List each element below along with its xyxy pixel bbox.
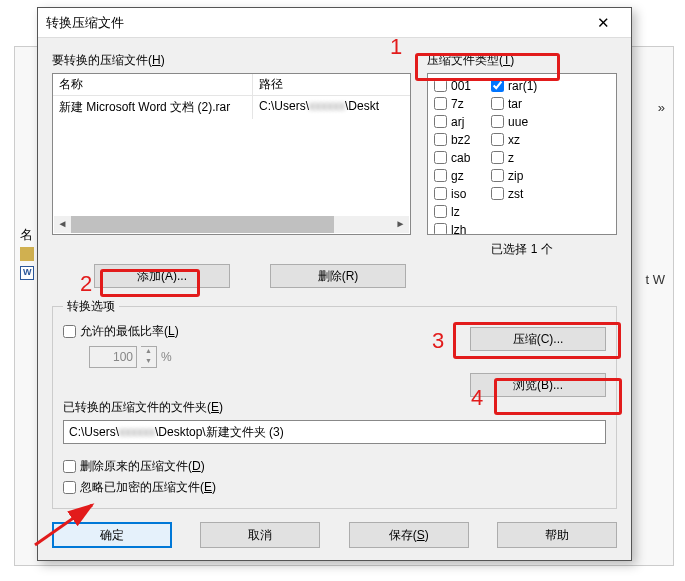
type-checkbox-xz[interactable]: xz: [491, 131, 537, 148]
type-checkbox-rar1[interactable]: rar(1): [491, 77, 537, 94]
column-path[interactable]: 路径: [253, 74, 410, 95]
type-checkbox-zst[interactable]: zst: [491, 185, 537, 202]
selected-count-label: 已选择 1 个: [427, 241, 617, 258]
type-checkbox-uue[interactable]: uue: [491, 113, 537, 130]
type-checkbox-gz[interactable]: gz: [434, 167, 471, 184]
percent-label: %: [161, 350, 172, 364]
type-checkbox-iso[interactable]: iso: [434, 185, 471, 202]
ratio-spinner[interactable]: 100 ▲▼ %: [89, 346, 172, 368]
dialog-title: 转换压缩文件: [46, 14, 583, 32]
cancel-button[interactable]: 取消: [200, 522, 320, 548]
bg-folder-icon: [20, 247, 34, 261]
type-checkbox-7z[interactable]: 7z: [434, 95, 471, 112]
table-row[interactable]: 新建 Microsoft Word 文档 (2).rar C:\Users\xx…: [53, 96, 410, 119]
type-checkbox-lzh[interactable]: lzh: [434, 221, 471, 235]
scroll-right-icon[interactable]: ►: [392, 216, 409, 233]
compress-button[interactable]: 压缩(C)...: [470, 327, 606, 351]
scroll-left-icon[interactable]: ◄: [54, 216, 71, 233]
spin-down-icon[interactable]: ▼: [141, 357, 156, 367]
files-listbox[interactable]: 名称 路径 新建 Microsoft Word 文档 (2).rar C:\Us…: [52, 73, 411, 235]
types-listbox: 0017zarjbz2cabgzisolzlzh rar(1)taruuexzz…: [427, 73, 617, 235]
bg-text-fragment: t W: [646, 272, 666, 287]
spin-up-icon[interactable]: ▲: [141, 347, 156, 357]
column-name[interactable]: 名称: [53, 74, 253, 95]
type-checkbox-bz2[interactable]: bz2: [434, 131, 471, 148]
folder-label: 已转换的压缩文件的文件夹(E): [63, 399, 606, 416]
scroll-track[interactable]: [71, 216, 392, 233]
horizontal-scrollbar[interactable]: ◄ ►: [54, 216, 409, 233]
remove-button[interactable]: 删除(R): [270, 264, 406, 288]
help-button[interactable]: 帮助: [497, 522, 617, 548]
type-checkbox-lz[interactable]: lz: [434, 203, 471, 220]
convert-archives-dialog: 转换压缩文件 ✕ 要转换的压缩文件(H) 名称 路径 新建 Microsoft …: [37, 7, 632, 561]
bg-word-icon: [20, 266, 34, 280]
titlebar: 转换压缩文件 ✕: [38, 8, 631, 38]
add-button[interactable]: 添加(A)...: [94, 264, 230, 288]
allow-lowest-ratio-checkbox[interactable]: 允许的最低比率(L): [63, 323, 446, 340]
type-checkbox-cab[interactable]: cab: [434, 149, 471, 166]
options-group: 转换选项 允许的最低比率(L) 100 ▲▼ % 压缩(C)... 浏览(B).: [52, 298, 617, 509]
type-checkbox-arj[interactable]: arj: [434, 113, 471, 130]
type-checkbox-zip[interactable]: zip: [491, 167, 537, 184]
bg-chevrons-icon: »: [658, 100, 665, 115]
folder-path-input[interactable]: C:\Users\xxxxxx\Desktop\新建文件夹 (3): [63, 420, 606, 444]
ok-button[interactable]: 确定: [52, 522, 172, 548]
type-checkbox-tar[interactable]: tar: [491, 95, 537, 112]
type-checkbox-z[interactable]: z: [491, 149, 537, 166]
close-icon[interactable]: ✕: [583, 14, 623, 32]
delete-original-checkbox[interactable]: 删除原来的压缩文件(D): [63, 458, 606, 475]
files-list-header: 名称 路径: [53, 74, 410, 96]
scroll-thumb[interactable]: [71, 216, 334, 233]
type-checkbox-001[interactable]: 001: [434, 77, 471, 94]
files-label: 要转换的压缩文件(H): [52, 52, 411, 69]
file-name-cell: 新建 Microsoft Word 文档 (2).rar: [53, 96, 253, 119]
browse-button[interactable]: 浏览(B)...: [470, 373, 606, 397]
save-button[interactable]: 保存(S): [349, 522, 469, 548]
file-path-cell: C:\Users\xxxxxx\Deskt: [253, 96, 410, 119]
types-label: 压缩文件类型(T): [427, 52, 617, 69]
ignore-encrypted-checkbox[interactable]: 忽略已加密的压缩文件(E): [63, 479, 606, 496]
options-legend: 转换选项: [63, 298, 119, 315]
bg-column-name: 名: [20, 226, 33, 244]
